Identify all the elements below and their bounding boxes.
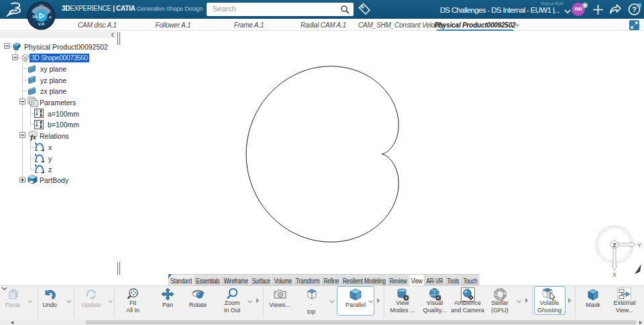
svg-text:Y: Y <box>637 242 641 249</box>
svg-text:?: ? <box>632 5 637 13</box>
svg-text:3D: 3D <box>32 15 38 19</box>
svg-text:ρ: ρ <box>49 15 52 19</box>
svg-text:X: X <box>612 271 616 278</box>
svg-text:V.R: V.R <box>38 22 45 26</box>
svg-text:77: 77 <box>39 4 44 8</box>
svg-text:Z: Z <box>612 242 616 249</box>
